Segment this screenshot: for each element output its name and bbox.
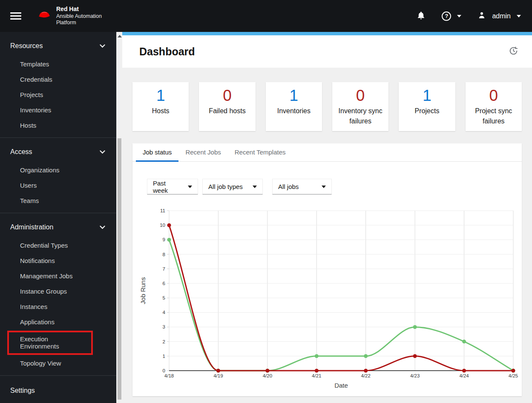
chart-filters: Past week All job types All jobs [147, 179, 522, 194]
main-content: Dashboard 1 Hosts 0 Fa [122, 32, 532, 403]
job-type-select[interactable]: All job types [202, 179, 263, 194]
svg-text:2: 2 [163, 339, 165, 344]
sidebar-item-hosts[interactable]: Hosts [0, 118, 116, 133]
sidebar-group-administration: Administration Credential Types Notifica… [0, 213, 116, 375]
scrollbar-thumb[interactable] [118, 138, 121, 400]
sidebar-item-management-jobs[interactable]: Management Jobs [0, 269, 116, 284]
job-runs-chart-svg: 012345678910114/184/194/204/214/224/234/… [139, 201, 518, 394]
brand-line2: Ansible Automation [56, 13, 102, 20]
sidebar: Resources Templates Credentials Projects… [0, 32, 116, 403]
job-runs-chart: 012345678910114/184/194/204/214/224/234/… [132, 201, 522, 395]
tab-recent-templates[interactable]: Recent Templates [228, 143, 293, 161]
chevron-down-icon [517, 15, 521, 17]
svg-text:4/20: 4/20 [263, 373, 272, 378]
projects-count-link[interactable]: 1 [423, 86, 431, 106]
top-navbar: Red Hat Ansible Automation Platform ? [0, 0, 532, 32]
sidebar-item-users[interactable]: Users [0, 178, 116, 193]
sidebar-item-topology-view[interactable]: Topology View [0, 356, 116, 371]
sidebar-item-settings[interactable]: Settings [0, 383, 116, 399]
user-name: admin [492, 12, 511, 20]
svg-text:4/24: 4/24 [459, 373, 469, 378]
sidebar-item-projects[interactable]: Projects [0, 87, 116, 103]
user-menu-button[interactable]: admin [477, 11, 521, 21]
sidebar-group-administration-header[interactable]: Administration [0, 219, 116, 235]
svg-text:4/18: 4/18 [164, 373, 174, 378]
accent-bar [122, 32, 532, 35]
sidebar-item-templates[interactable]: Templates [0, 57, 116, 72]
chevron-down-icon [100, 150, 105, 154]
svg-text:5: 5 [163, 295, 165, 300]
page-header: Dashboard [122, 35, 532, 68]
sidebar-item-notifications[interactable]: Notifications [0, 253, 116, 269]
svg-text:Date: Date [334, 382, 348, 389]
sidebar-item-organizations[interactable]: Organizations [0, 163, 116, 178]
summary-card-projects: 1 Projects [399, 82, 455, 131]
inventory-sync-failures-count-link[interactable]: 0 [356, 86, 365, 106]
svg-text:7: 7 [163, 266, 165, 272]
history-button[interactable] [509, 46, 518, 57]
sidebar-item-inventories[interactable]: Inventories [0, 103, 116, 118]
sidebar-item-instances[interactable]: Instances [0, 299, 116, 314]
sidebar-item-applications[interactable]: Applications [0, 314, 116, 330]
card-label: Projects [415, 106, 440, 116]
notifications-button[interactable] [417, 11, 426, 22]
help-menu-button[interactable]: ? [442, 11, 461, 21]
svg-text:4: 4 [163, 310, 166, 315]
chevron-down-icon [322, 186, 326, 188]
tab-recent-jobs[interactable]: Recent Jobs [178, 143, 227, 161]
svg-text:0: 0 [163, 368, 165, 373]
chevron-down-icon [253, 186, 257, 188]
group-label: Resources [10, 42, 43, 50]
sidebar-group-settings: Settings [0, 375, 116, 403]
history-icon [509, 46, 518, 57]
card-label: Inventories [277, 106, 311, 116]
user-icon [477, 11, 486, 21]
svg-text:10: 10 [160, 223, 165, 228]
chevron-down-icon [100, 44, 105, 48]
card-label: Inventory sync failures [335, 106, 385, 126]
summary-cards: 1 Hosts 0 Failed hosts 1 Inventories 0 I… [132, 82, 522, 131]
sidebar-group-resources: Resources Templates Credentials Projects… [0, 32, 116, 137]
sidebar-item-execution-environments[interactable]: Execution Environments [7, 331, 93, 355]
svg-text:4/25: 4/25 [509, 373, 518, 378]
job-filter-select[interactable]: All jobs [272, 179, 332, 194]
job-filter-select-value: All jobs [278, 183, 299, 190]
menu-toggle-button[interactable] [10, 12, 21, 20]
bell-icon [417, 11, 426, 22]
sidebar-item-credential-types[interactable]: Credential Types [0, 238, 116, 253]
svg-text:4/22: 4/22 [361, 373, 371, 378]
sidebar-item-teams[interactable]: Teams [0, 193, 116, 209]
sidebar-item-credentials[interactable]: Credentials [0, 72, 116, 87]
card-label: Project sync failures [469, 106, 519, 126]
summary-card-inventories: 1 Inventories [266, 82, 322, 131]
inventories-count-link[interactable]: 1 [290, 86, 299, 106]
svg-text:3: 3 [163, 324, 165, 329]
tab-job-status[interactable]: Job status [136, 143, 178, 161]
brand-line3: Platform [56, 20, 102, 26]
sidebar-group-resources-header[interactable]: Resources [0, 38, 116, 54]
project-sync-failures-count-link[interactable]: 0 [489, 86, 498, 106]
brand: Red Hat Ansible Automation Platform [37, 6, 102, 26]
failed-hosts-count-link[interactable]: 0 [223, 86, 232, 106]
sidebar-group-access-header[interactable]: Access [0, 144, 116, 160]
page-title: Dashboard [139, 46, 195, 58]
summary-card-failed-hosts: 0 Failed hosts [199, 82, 255, 131]
scroll-up-arrow-icon[interactable] [118, 35, 122, 37]
svg-text:4/23: 4/23 [410, 373, 420, 378]
svg-text:6: 6 [163, 281, 165, 286]
group-label: Administration [10, 223, 53, 231]
group-label: Access [10, 148, 32, 156]
sidebar-item-instance-groups[interactable]: Instance Groups [0, 284, 116, 299]
summary-card-hosts: 1 Hosts [132, 82, 189, 131]
svg-text:8: 8 [163, 252, 165, 257]
chevron-down-icon [188, 186, 192, 188]
svg-text:9: 9 [163, 237, 165, 242]
summary-card-inventory-sync-failures: 0 Inventory sync failures [332, 82, 388, 131]
period-select-value: Past week [153, 180, 182, 194]
tabs: Job status Recent Jobs Recent Templates [132, 143, 522, 162]
svg-text:1: 1 [163, 354, 165, 359]
sidebar-scrollbar[interactable] [116, 32, 122, 403]
period-select[interactable]: Past week [147, 179, 198, 194]
hosts-count-link[interactable]: 1 [156, 86, 165, 106]
card-label: Failed hosts [209, 106, 245, 116]
